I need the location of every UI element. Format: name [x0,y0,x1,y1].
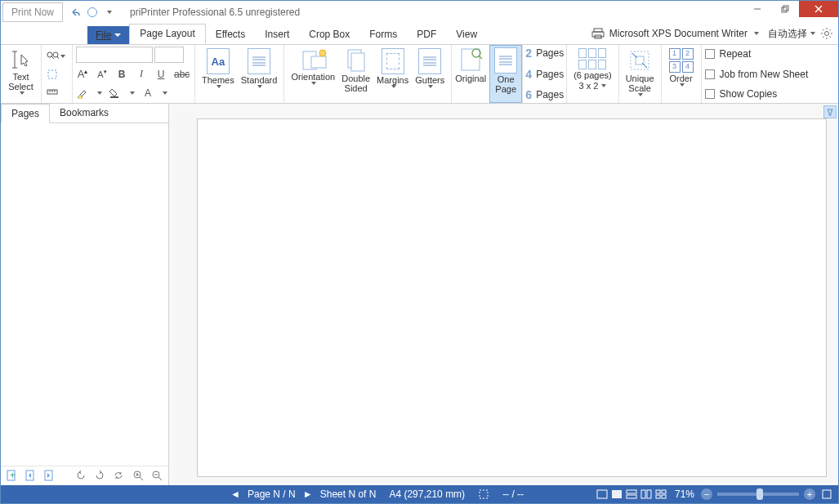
tab-pdf[interactable]: PDF [407,25,446,44]
orientation-button[interactable]: Orientation [288,47,338,95]
selection-tool-button[interactable] [43,66,61,83]
close-button[interactable] [799,1,838,17]
side-toolbar: + [1,466,168,485]
gutters-button[interactable]: Gutters [412,47,448,95]
export-page-button[interactable] [43,470,56,483]
font-size-combo[interactable] [154,47,184,63]
auto-select-dropdown[interactable]: 自动选择 [768,27,815,41]
tab-insert[interactable]: Insert [255,25,299,44]
tab-forms[interactable]: Forms [359,25,407,44]
svg-rect-53 [823,490,831,498]
italic-button[interactable]: I [135,68,148,80]
font-family-combo[interactable] [76,47,153,63]
view-mode-4-button[interactable] [640,488,653,500]
view-mode-5-button[interactable] [654,488,667,500]
file-tab[interactable]: File [87,26,129,44]
side-tab-pages[interactable]: Pages [1,104,50,123]
fullscreen-button[interactable] [815,489,838,499]
group-themes: Aa Themes Standard [195,45,284,103]
themes-button[interactable]: Aa Themes [199,47,238,90]
original-button[interactable]: Original [452,45,489,103]
chevron-down-icon [20,91,25,95]
svg-text:+: + [10,470,16,481]
standard-button[interactable]: Standard [238,47,281,90]
tab-crop-box[interactable]: Crop Box [299,25,359,44]
zoom-level[interactable]: 71% [668,488,701,500]
zoom-out-button[interactable]: − [701,488,712,500]
svg-rect-20 [311,56,326,68]
side-tab-bookmarks[interactable]: Bookmarks [50,104,118,123]
svg-rect-52 [662,495,666,498]
qat-more-button[interactable] [102,6,115,19]
next-page-button[interactable]: ► [302,488,314,500]
crop-indicator-icon[interactable] [471,488,496,500]
group-pages-count: 2Pages 4Pages 6Pages [523,45,567,103]
scale-icon [627,48,652,73]
side-panel: Pages Bookmarks + [1,104,169,485]
settings-gear-button[interactable] [820,27,833,40]
tab-effects[interactable]: Effects [206,25,255,44]
font-color-button[interactable]: A [141,87,154,99]
grow-font-button[interactable]: A▴ [76,68,89,80]
show-copies-checkbox[interactable]: Show Copies [705,88,809,100]
order-button[interactable]: 1234 Order [665,47,698,88]
double-sided-button[interactable]: Double Sided [338,47,373,95]
text-cursor-arrow-icon [10,48,33,71]
svg-rect-50 [662,490,666,493]
job-new-sheet-checkbox[interactable]: Job from New Sheet [705,69,809,80]
zoom-out-side-button[interactable] [151,470,163,483]
margins-button[interactable]: Margins [373,47,412,95]
underline-button[interactable]: U [154,69,167,80]
text-select-button[interactable]: Text Select [4,47,38,96]
measure-button[interactable] [43,83,61,100]
theme-circle-button[interactable] [86,6,99,19]
svg-rect-47 [641,490,645,498]
one-page-button[interactable]: One Page [489,45,522,103]
four-pages-button[interactable]: 4Pages [524,68,565,81]
view-mode-3-button[interactable] [625,488,638,500]
font-fill-button[interactable] [109,87,122,99]
add-page-button[interactable]: + [6,470,18,483]
find-button[interactable] [43,48,68,65]
printer-dropdown[interactable]: Microsoft XPS Document Writer [587,25,763,42]
group-nup-grid: (6 pages) 3 x 2 [567,45,618,103]
two-pages-button[interactable]: 2Pages [524,47,565,60]
group-order: 1234 Order [662,45,702,103]
group-layout-mode: Original One Page [452,45,523,103]
chevron-down-icon [754,32,759,35]
side-panel-body [1,123,168,466]
prev-page-button[interactable]: ◄ [230,488,241,500]
print-now-button[interactable]: Print Now [2,2,63,22]
page-preview[interactable] [197,118,827,477]
svg-point-21 [319,50,326,56]
refresh-button[interactable] [113,470,125,483]
pin-panel-button[interactable] [823,105,837,118]
group-select: Text Select [1,45,42,103]
zoom-slider[interactable] [717,493,799,496]
six-pages-button[interactable]: 6Pages [524,88,565,101]
bold-button[interactable]: B [115,69,128,80]
rotate-cw-button[interactable] [94,470,106,483]
tab-page-layout[interactable]: Page Layout [129,24,205,44]
zoom-in-button[interactable]: + [804,488,815,500]
window-title: priPrinter Professional 6.5 unregistered [130,7,300,18]
undo-button[interactable] [69,6,83,19]
repeat-checkbox[interactable]: Repeat [705,48,809,60]
import-page-button[interactable] [25,470,37,483]
tab-view[interactable]: View [446,25,487,44]
rotate-ccw-button[interactable] [75,470,87,483]
view-mode-1-button[interactable] [596,488,609,500]
nup-grid-button[interactable]: (6 pages) 3 x 2 [570,47,614,92]
status-sheet: Sheet N of N [314,488,383,500]
unique-scale-button[interactable]: Unique Scale [623,47,658,98]
zoom-in-side-button[interactable] [132,470,145,483]
restore-button[interactable] [771,1,799,17]
svg-line-3 [815,6,822,12]
highlight-button[interactable] [76,87,89,99]
canvas-area[interactable] [169,104,838,485]
title-bar: Print Now priPrinter Professional 6.5 un… [1,1,838,23]
view-mode-2-button[interactable] [610,488,623,500]
minimize-button[interactable] [743,1,771,17]
strike-button[interactable]: abc [174,69,187,80]
shrink-font-button[interactable]: A▾ [96,69,109,79]
